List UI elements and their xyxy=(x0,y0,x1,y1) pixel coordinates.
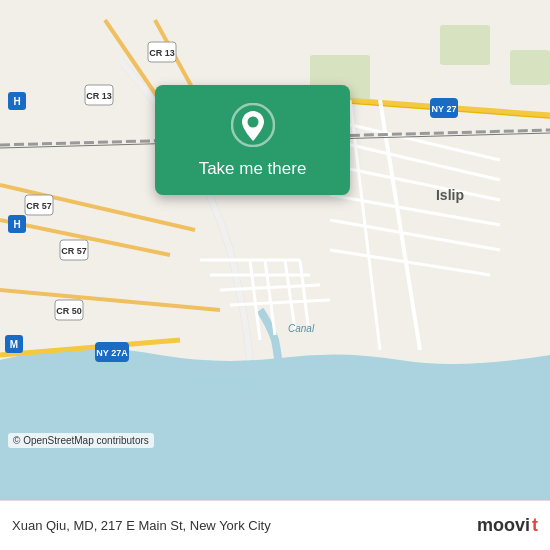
svg-point-1 xyxy=(380,370,540,470)
osm-attribution: © OpenStreetMap contributors xyxy=(8,433,154,448)
map-background: H H M CR 13 CR 13 CR 57 CR 57 CR 50 NY 2… xyxy=(0,0,550,500)
svg-text:Canal: Canal xyxy=(288,323,315,334)
location-text: Xuan Qiu, MD, 217 E Main St, New York Ci… xyxy=(12,518,477,533)
svg-text:Islip: Islip xyxy=(436,187,464,203)
map-container: H H M CR 13 CR 13 CR 57 CR 57 CR 50 NY 2… xyxy=(0,0,550,500)
moovit-logo: moovi t xyxy=(477,515,538,536)
logo-text-t: t xyxy=(532,515,538,536)
svg-text:CR 50: CR 50 xyxy=(56,306,82,316)
svg-text:H: H xyxy=(13,219,20,230)
location-pin-icon xyxy=(231,103,275,147)
svg-text:CR 57: CR 57 xyxy=(61,246,87,256)
svg-text:CR 13: CR 13 xyxy=(86,91,112,101)
svg-rect-51 xyxy=(440,25,490,65)
svg-text:NY 27: NY 27 xyxy=(432,104,457,114)
svg-text:H: H xyxy=(13,96,20,107)
logo-text-moovi: moovi xyxy=(477,515,530,536)
take-me-there-button[interactable]: Take me there xyxy=(199,159,307,179)
svg-point-54 xyxy=(247,117,258,128)
bottom-bar: Xuan Qiu, MD, 217 E Main St, New York Ci… xyxy=(0,500,550,550)
svg-text:NY 27A: NY 27A xyxy=(96,348,128,358)
svg-text:CR 57: CR 57 xyxy=(26,201,52,211)
svg-rect-52 xyxy=(510,50,550,85)
attribution-text: © OpenStreetMap contributors xyxy=(13,435,149,446)
svg-text:M: M xyxy=(10,339,18,350)
action-card[interactable]: Take me there xyxy=(155,85,350,195)
svg-text:CR 13: CR 13 xyxy=(149,48,175,58)
